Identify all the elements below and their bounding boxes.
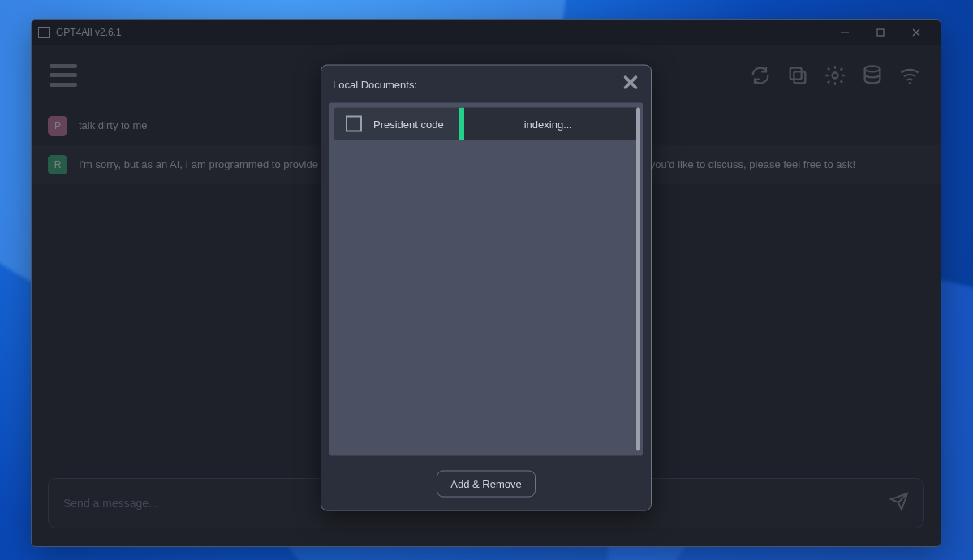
document-name: President code bbox=[373, 118, 455, 130]
local-documents-modal: Local Documents: President code indexing… bbox=[321, 65, 652, 511]
document-row[interactable]: President code indexing... bbox=[334, 108, 638, 140]
modal-close-button[interactable] bbox=[622, 74, 639, 95]
document-status-area: indexing... bbox=[459, 108, 638, 140]
indexing-progress-bar bbox=[459, 108, 464, 140]
modal-title: Local Documents: bbox=[333, 78, 417, 90]
documents-scrollbar[interactable] bbox=[636, 108, 640, 451]
document-status-text: indexing... bbox=[524, 118, 572, 130]
add-remove-button[interactable]: Add & Remove bbox=[437, 471, 535, 498]
document-checkbox[interactable] bbox=[346, 116, 362, 132]
documents-list: President code indexing... bbox=[329, 103, 643, 456]
app-window: GPT4All v2.6.1 bbox=[31, 19, 941, 547]
